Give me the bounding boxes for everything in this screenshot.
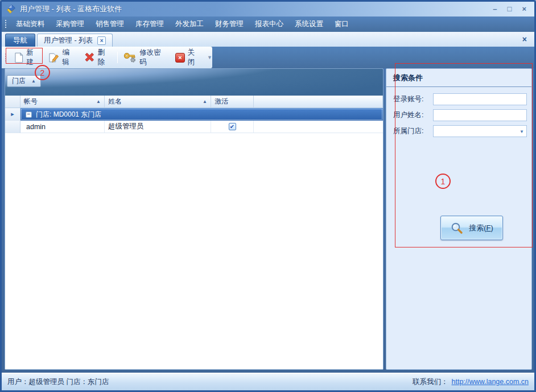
menu-inventory[interactable]: 库存管理 (130, 16, 170, 32)
tabstrip-close-icon[interactable]: × (522, 35, 527, 44)
active-checkbox[interactable]: ✔ (229, 123, 236, 130)
column-header-active-label: 激活 (215, 97, 228, 106)
login-account-label: 登录账号: (393, 94, 433, 104)
content-area: 门店 ▲ 帐号 ▲ 姓名 ▲ 激活 (2, 68, 534, 373)
sort-asc-icon: ▲ (203, 99, 207, 104)
menu-settings[interactable]: 系统设置 (289, 16, 329, 32)
user-name-input[interactable] (433, 109, 527, 121)
delete-x-icon (84, 52, 95, 63)
new-document-icon (14, 52, 24, 63)
column-header-account-label: 帐号 (24, 97, 38, 106)
table-row[interactable]: admin 超级管理员 ✔ (5, 121, 383, 133)
store-label: 所属门店: (393, 126, 433, 136)
title-bar: 用户管理 - 列表 - 蓝格布业软件 – □ × (2, 2, 534, 16)
close-tab-button[interactable]: × 关闭 (171, 47, 205, 68)
group-chip-store[interactable]: 门店 ▲ (7, 75, 41, 87)
store-select-input[interactable] (433, 125, 527, 137)
grid-empty-area (5, 133, 383, 369)
tab-navigation[interactable]: 导航 (5, 34, 35, 47)
close-red-icon: × (175, 53, 185, 63)
search-icon (450, 222, 464, 234)
toolbar-grip (5, 53, 7, 63)
tab-strip: 导航 用户管理 - 列表 × × (2, 32, 534, 47)
menu-outsourcing[interactable]: 外发加工 (170, 16, 209, 32)
cell-name[interactable]: 超级管理员 (105, 121, 211, 133)
group-by-bar: 门店 ▲ (5, 69, 383, 96)
search-panel: 搜索条件 登录账号: 用户姓名: 所属门店: ▼ (386, 68, 532, 370)
key-gear-icon (123, 52, 137, 63)
edit-pencil-icon (48, 52, 60, 63)
row-indicator-icon: ▸ (11, 110, 14, 118)
app-window: 用户管理 - 列表 - 蓝格布业软件 – □ × 基础资料 采购管理 销售管理 … (0, 0, 536, 392)
close-button[interactable]: × (522, 5, 526, 14)
menu-base-data[interactable]: 基础资料 (10, 16, 50, 32)
change-password-button[interactable]: 修改密码 (119, 47, 171, 68)
collapse-icon[interactable]: − (26, 112, 32, 118)
store-row: 所属门店: ▼ (393, 125, 527, 137)
cell-active: ✔ (211, 121, 254, 133)
tab-navigation-label: 导航 (13, 36, 27, 46)
new-button-label: 新建 (26, 48, 40, 67)
change-password-button-label: 修改密码 (139, 48, 167, 67)
store-select[interactable]: ▼ (433, 125, 527, 137)
search-button-label: 搜索(F) (469, 223, 493, 233)
search-button[interactable]: 搜索(F) (440, 216, 503, 240)
status-right: 联系我们： http://www.lange.com.cn (413, 377, 529, 387)
close-dropdown-icon[interactable]: ▼ (207, 55, 212, 60)
delete-button-label: 删除 (97, 48, 111, 67)
column-header-name[interactable]: 姓名 ▲ (105, 96, 211, 108)
sort-asc-icon: ▲ (96, 99, 101, 104)
app-logo-icon (6, 5, 16, 14)
login-account-input[interactable] (433, 93, 527, 105)
group-row-label: 门店: MD0001 东门店 (36, 110, 101, 119)
edit-button[interactable]: 编辑 (44, 47, 80, 68)
window-controls: – □ × (493, 5, 526, 14)
toolbar-row: 新建 编辑 删除 (2, 47, 534, 68)
row-indicator-cell (5, 121, 20, 133)
edit-button-label: 编辑 (62, 48, 76, 67)
cell-filler (254, 121, 383, 133)
search-label-suffix: ) (490, 224, 493, 232)
group-chip-label: 门店 (12, 76, 26, 86)
column-header-active[interactable]: 激活 (211, 96, 254, 108)
toolbar-separator (117, 52, 118, 63)
minimize-button[interactable]: – (493, 5, 497, 14)
delete-button[interactable]: 删除 (80, 47, 116, 68)
tab-user-management-list[interactable]: 用户管理 - 列表 × (37, 34, 113, 47)
window-title: 用户管理 - 列表 - 蓝格布业软件 (20, 4, 122, 14)
header-filler-cell (254, 96, 383, 108)
row-indicator-cell: ▸ (5, 108, 20, 121)
contact-label: 联系我们： (413, 377, 448, 387)
website-link[interactable]: http://www.lange.com.cn (452, 378, 529, 386)
close-button-label: 关闭 (188, 48, 201, 67)
user-name-row: 用户姓名: (393, 109, 527, 121)
user-grid-panel: 门店 ▲ 帐号 ▲ 姓名 ▲ 激活 (5, 68, 384, 370)
column-header-name-label: 姓名 (108, 97, 122, 106)
login-account-row: 登录账号: (393, 93, 527, 105)
sort-asc-icon: ▲ (31, 79, 36, 84)
menu-sales[interactable]: 销售管理 (90, 16, 130, 32)
header-indicator-cell (5, 96, 20, 108)
group-row-store[interactable]: ▸ − 门店: MD0001 东门店 (5, 108, 383, 121)
menubar-grip (5, 19, 7, 29)
tab-doc-label: 用户管理 - 列表 (44, 36, 93, 46)
menu-reports[interactable]: 报表中心 (249, 16, 289, 32)
search-label-prefix: 搜索( (469, 224, 486, 232)
status-user-info: 用户：超级管理员 门店：东门店 (7, 377, 109, 387)
status-bar: 用户：超级管理员 门店：东门店 联系我们： http://www.lange.c… (2, 373, 534, 390)
column-header-account[interactable]: 帐号 ▲ (20, 96, 105, 108)
new-button[interactable]: 新建 (10, 47, 44, 68)
maximize-button[interactable]: □ (508, 5, 512, 14)
menu-purchase[interactable]: 采购管理 (50, 16, 90, 32)
grid-header-row: 帐号 ▲ 姓名 ▲ 激活 (5, 96, 383, 108)
search-panel-title: 搜索条件 (386, 69, 531, 87)
menu-window[interactable]: 窗口 (329, 16, 354, 32)
menu-bar: 基础资料 采购管理 销售管理 库存管理 外发加工 财务管理 报表中心 系统设置 … (2, 16, 534, 32)
group-row-body[interactable]: − 门店: MD0001 东门店 (20, 108, 383, 121)
toolbar: 新建 编辑 删除 (2, 47, 212, 68)
menu-finance[interactable]: 财务管理 (209, 16, 249, 32)
tab-close-icon[interactable]: × (97, 36, 106, 45)
cell-account[interactable]: admin (20, 121, 105, 133)
user-name-label: 用户姓名: (393, 110, 433, 120)
